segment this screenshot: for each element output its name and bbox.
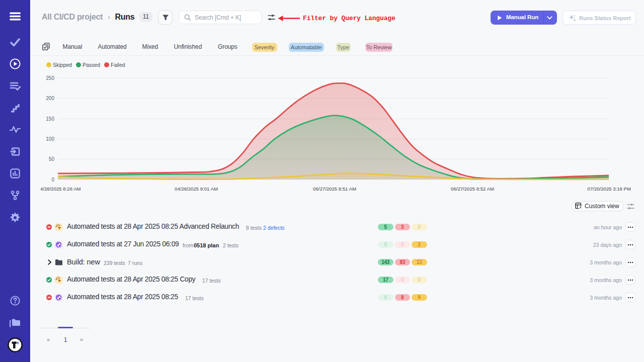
svg-text:100: 100: [46, 136, 54, 142]
svg-text:06/27/2025 8:52 AM: 06/27/2025 8:52 AM: [451, 186, 494, 192]
svg-text:200: 200: [46, 96, 54, 101]
svg-text:04/28/2025 9:01 AM: 04/28/2025 9:01 AM: [175, 186, 218, 192]
svg-text:250: 250: [46, 75, 54, 81]
svg-text:06/27/2025 8:51 AM: 06/27/2025 8:51 AM: [313, 186, 356, 192]
svg-text:0: 0: [51, 177, 54, 183]
svg-text:50: 50: [49, 156, 55, 162]
svg-text:07/20/2025 3:18 PM: 07/20/2025 3:18 PM: [588, 186, 631, 192]
svg-text:150: 150: [46, 116, 54, 122]
svg-text:4/28/2025 8:26 AM: 4/28/2025 8:26 AM: [40, 186, 81, 192]
